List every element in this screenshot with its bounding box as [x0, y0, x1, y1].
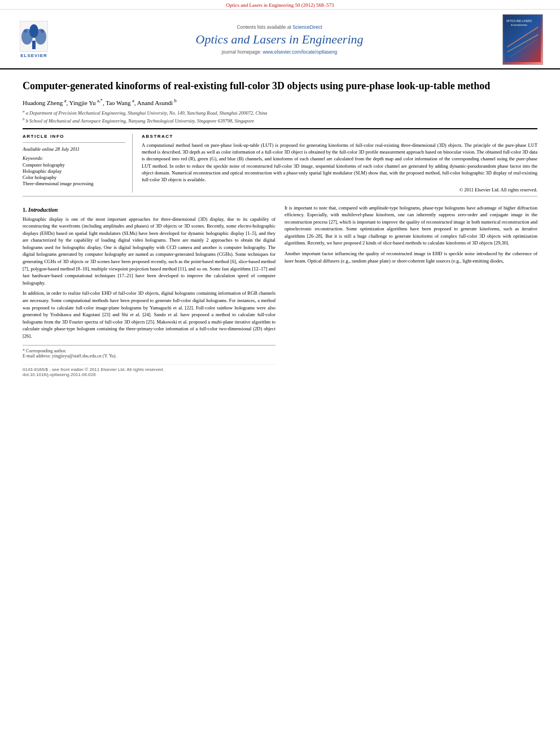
- right-paragraph-2: Another important factor influencing the…: [285, 250, 537, 264]
- article-info-section: ARTICLE INFO Available online 28 July 20…: [23, 134, 133, 193]
- footer-bar: 0143-8166/$ - see front matter © 2011 El…: [23, 364, 275, 372]
- affiliation-a: a a Department of Precision Mechanical E…: [23, 109, 537, 116]
- keyword-2: Holographic display: [23, 168, 125, 174]
- homepage-label: journal homepage:: [222, 49, 261, 55]
- col-right: It is important to note that, compared w…: [285, 204, 537, 378]
- available-online: Available online 28 July 2011: [23, 146, 125, 152]
- intro-paragraph-1: Holographic display is one of the most i…: [23, 216, 275, 287]
- author-tao: Tao Wang: [106, 99, 130, 106]
- header-rule: [23, 128, 537, 129]
- homepage-url[interactable]: www.elsevier.com/locate/optlaseng: [262, 49, 337, 55]
- abstract-title: ABSTRACT: [142, 134, 537, 139]
- right-paragraph-1: It is important to note that, compared w…: [285, 204, 537, 247]
- svg-point-4: [29, 24, 38, 38]
- sciencedirect-label: Contents lists available at ScienceDirec…: [56, 24, 502, 30]
- svg-rect-1: [32, 41, 36, 49]
- elsevier-label: ELSEVIER: [20, 53, 47, 58]
- author-huadong: Huadong Zheng: [23, 99, 63, 106]
- issn-line: 0143-8166/$ - see front matter © 2011 El…: [23, 367, 164, 372]
- keyword-4: Three-dimensional image processing: [23, 181, 125, 186]
- body-rule: [23, 196, 537, 196]
- email-note: E-mail address: yingjieyu@staff.shu.edu.…: [23, 353, 275, 359]
- journal-cover-image: OPTICS AND LASERS IN ENGINEERING: [502, 14, 543, 65]
- sciencedirect-link[interactable]: ScienceDirect: [292, 24, 322, 30]
- keyword-3: Color holography: [23, 174, 125, 180]
- svg-text:OPTICS AND LASERS: OPTICS AND LASERS: [506, 20, 532, 23]
- paper-content: Computer-generated kinoforms of real-exi…: [0, 69, 560, 383]
- article-info-title: ARTICLE INFO: [23, 134, 125, 139]
- journal-header-center: Contents lists available at ScienceDirec…: [56, 24, 502, 55]
- author-anand: Anand Asundi: [137, 99, 173, 106]
- authors-line: Huadong Zheng a, Yingjie Yu a,*, Tao Wan…: [23, 98, 537, 106]
- journal-citation-text: Optics and Lasers in Engineering 50 (201…: [226, 2, 334, 8]
- section-title: Introduction: [28, 207, 58, 213]
- abstract-text: A computational method based on pure-pha…: [142, 142, 537, 184]
- col-left: 1. Introduction Holographic display is o…: [23, 204, 275, 378]
- affiliations: a a Department of Precision Mechanical E…: [23, 109, 537, 124]
- journal-homepage: journal homepage: www.elsevier.com/locat…: [56, 49, 502, 55]
- copyright-line: © 2011 Elsevier Ltd. All rights reserved…: [142, 187, 537, 193]
- doi-line: doi:10.1016/j.optlaseng.2011.06.028: [23, 372, 275, 377]
- keywords-label: Keywords:: [23, 155, 125, 161]
- article-info-abstract: ARTICLE INFO Available online 28 July 20…: [23, 134, 537, 193]
- corresponding-note: * Corresponding author.: [23, 348, 275, 353]
- article-info-rule: [23, 142, 125, 143]
- svg-text:IN ENGINEERING: IN ENGINEERING: [511, 24, 528, 27]
- svg-point-6: [41, 29, 44, 33]
- keyword-1: Computer holography: [23, 162, 125, 168]
- svg-point-5: [24, 29, 27, 33]
- body-columns: 1. Introduction Holographic display is o…: [23, 204, 537, 378]
- sciencedirect-prefix: Contents lists available at: [237, 24, 291, 30]
- author-yingjie: Yingjie Yu: [69, 99, 96, 106]
- affiliation-b: b b School of Mechanical and Aerospace E…: [23, 117, 537, 124]
- journal-citation-bar: Optics and Lasers in Engineering 50 (201…: [0, 0, 560, 10]
- journal-title: Optics and Lasers in Engineering: [56, 32, 502, 47]
- intro-paragraph-2: In addition, in order to realize full-co…: [23, 290, 275, 339]
- paper-title: Computer-generated kinoforms of real-exi…: [23, 80, 537, 93]
- journal-header: ELSEVIER Contents lists available at Sci…: [0, 10, 560, 69]
- elsevier-logo: ELSEVIER: [11, 21, 56, 58]
- svg-rect-7: [505, 17, 541, 62]
- elsevier-tree-icon: [20, 21, 48, 52]
- abstract-section: ABSTRACT A computational method based on…: [142, 134, 537, 193]
- section1-heading: 1. Introduction: [23, 207, 275, 213]
- cover-svg: OPTICS AND LASERS IN ENGINEERING: [502, 17, 543, 62]
- section-number: 1.: [23, 207, 27, 213]
- footnotes: * Corresponding author. E-mail address: …: [23, 345, 275, 359]
